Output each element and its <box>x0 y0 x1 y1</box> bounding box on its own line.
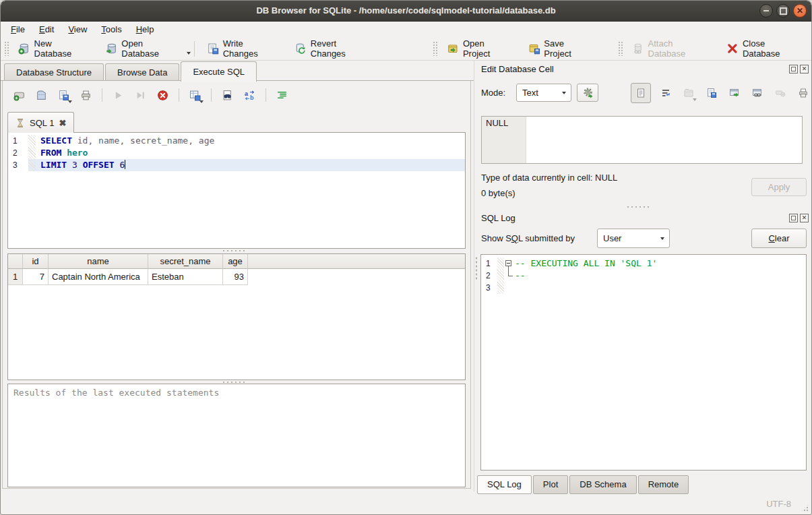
edit-cell-title: Edit Database Cell <box>481 64 554 74</box>
save-cell-as-button[interactable] <box>703 85 720 102</box>
format-sql-button[interactable] <box>274 87 290 104</box>
open-project-button[interactable]: Open Project <box>439 39 520 58</box>
link-cell-button[interactable] <box>749 85 766 102</box>
log-filter-select[interactable]: User <box>597 229 670 248</box>
menu-tools[interactable]: Tools <box>99 24 123 35</box>
table-cell[interactable]: 93 <box>223 269 248 285</box>
cell-value-editor[interactable]: NULL <box>481 116 803 164</box>
find-button[interactable] <box>219 87 236 104</box>
table-cell[interactable]: Esteban Rogelios <box>148 269 223 285</box>
clear-log-button[interactable]: Clear <box>751 229 807 248</box>
new-sql-tab-button[interactable] <box>11 87 28 104</box>
cell-value-content[interactable] <box>526 117 802 163</box>
text-view-button[interactable] <box>631 83 651 103</box>
sql-log-line: 1-- EXECUTING ALL IN 'SQL 1' <box>481 258 806 270</box>
close-window-button[interactable]: ✕ <box>793 4 807 18</box>
maximize-button[interactable] <box>776 4 790 18</box>
results-table-body: 17Captain North AmericaEsteban Rogelios9… <box>8 269 465 285</box>
print-sql-button[interactable] <box>77 87 94 104</box>
maximize-icon <box>780 7 787 15</box>
tab-database-structure[interactable]: Database Structure <box>4 63 104 81</box>
auto-switch-mode-button[interactable] <box>577 84 598 102</box>
print-icon <box>80 90 92 101</box>
minimize-button[interactable] <box>759 4 773 18</box>
new-database-button[interactable]: New Database <box>11 39 98 58</box>
print-cell-button[interactable] <box>794 85 811 102</box>
new-sql-tab-icon <box>13 90 25 101</box>
mode-gear-icon <box>582 87 594 98</box>
sql-editor-line: 3LIMIT 3 OFFSET 6 <box>8 159 465 171</box>
word-wrap-button[interactable] <box>657 85 674 102</box>
tab-db-schema[interactable]: DB Schema <box>569 475 636 494</box>
column-header[interactable]: id <box>23 254 49 269</box>
fold-marker-icon[interactable] <box>505 260 511 266</box>
save-project-icon <box>528 42 540 55</box>
close-tab-icon[interactable]: ✖ <box>59 118 66 128</box>
stop-button[interactable] <box>154 87 171 104</box>
corner-header[interactable] <box>8 254 23 269</box>
float-panel-icon[interactable] <box>789 65 798 73</box>
sql-log-view[interactable]: 1-- EXECUTING ALL IN 'SQL 1'2--3 <box>480 254 807 471</box>
row-header[interactable]: 1 <box>8 269 23 285</box>
toolbar-grip[interactable] <box>4 41 9 56</box>
float-panel-icon[interactable] <box>789 214 798 222</box>
log-filter-label: Show SQL submitted by <box>481 229 575 248</box>
menu-file[interactable]: File <box>9 24 27 35</box>
open-database-dropdown[interactable] <box>187 52 191 55</box>
open-sql-file-button[interactable] <box>33 87 50 104</box>
close-panel-icon[interactable]: ✕ <box>800 214 809 222</box>
sql-editor[interactable]: 1SELECT id, name, secret_name, age2FROM … <box>7 132 466 249</box>
column-header[interactable]: age <box>223 254 248 269</box>
cell-editor-toolbar <box>631 84 811 102</box>
column-header[interactable]: secret_name <box>148 254 223 269</box>
menu-bar: File Edit View Tools Help <box>1 22 811 37</box>
close-panel-icon[interactable]: ✕ <box>800 65 809 73</box>
save-results-dropdown[interactable] <box>199 100 204 103</box>
svg-text:b: b <box>250 94 254 101</box>
find-replace-button[interactable]: a b <box>241 87 258 104</box>
pane-splitter-handle[interactable] <box>475 256 478 280</box>
open-external-button[interactable] <box>726 85 743 102</box>
close-database-button[interactable]: Close Database <box>719 39 811 58</box>
toolbar-grip[interactable] <box>618 41 623 56</box>
apply-button: Apply <box>751 178 807 196</box>
save-sql-file-button[interactable] <box>55 87 72 104</box>
set-null-button <box>772 85 788 102</box>
toolbar-grip[interactable] <box>433 41 437 56</box>
tab-sql-log[interactable]: SQL Log <box>477 475 532 494</box>
sql-editor-tab[interactable]: SQL 1 ✖ <box>7 112 74 133</box>
execute-line-button <box>132 87 149 104</box>
save-project-button[interactable]: Save Project <box>521 39 600 58</box>
splitter-handle[interactable] <box>222 249 247 252</box>
tab-browse-data[interactable]: Browse Data <box>105 63 179 81</box>
menu-help[interactable]: Help <box>134 24 156 35</box>
save-results-button[interactable] <box>187 87 204 104</box>
resize-grip[interactable] <box>801 504 809 512</box>
column-header[interactable]: name <box>49 254 148 269</box>
open-database-icon <box>106 42 118 55</box>
sql-log-line: 2-- <box>481 270 806 282</box>
sql-editor-line: 2FROM hero <box>8 147 465 159</box>
tab-plot[interactable]: Plot <box>533 475 568 494</box>
table-cell[interactable]: Captain North America <box>49 269 148 285</box>
write-changes-button[interactable]: Write Changes <box>199 39 287 58</box>
hourglass-icon <box>15 118 25 128</box>
tab-remote[interactable]: Remote <box>638 475 689 494</box>
mode-select[interactable]: Text <box>516 84 571 102</box>
main-tab-bar: Database Structure Browse Data Execute S… <box>1 61 474 81</box>
results-message-pane: Results of the last executed statements <box>7 384 466 487</box>
tab-execute-sql[interactable]: Execute SQL <box>181 61 257 82</box>
save-sql-dropdown[interactable] <box>68 100 72 103</box>
attach-database-icon <box>632 42 644 55</box>
dock-area: Edit Database Cell ✕ Mode: Text <box>474 61 812 491</box>
menu-view[interactable]: View <box>66 24 89 35</box>
revert-changes-button[interactable]: Revert Changes <box>287 39 380 58</box>
link-cell-icon <box>752 88 763 98</box>
svg-text:a: a <box>245 90 249 96</box>
sql-toolbar: a b <box>11 86 290 104</box>
stop-icon <box>157 90 168 101</box>
open-database-button[interactable]: Open Database <box>98 39 189 58</box>
menu-edit[interactable]: Edit <box>37 24 56 35</box>
dock-splitter-handle[interactable] <box>626 206 652 208</box>
table-cell[interactable]: 7 <box>23 269 49 285</box>
